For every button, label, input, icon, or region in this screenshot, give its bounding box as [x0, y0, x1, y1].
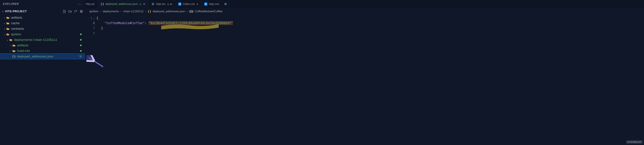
- react-file-icon: [152, 3, 154, 6]
- chevron-right-icon: ›: [3, 16, 6, 19]
- tab-bar: nfig.cjs { } deployed_addresses.json U ✕…: [85, 0, 644, 8]
- json-value: "0xC8644fA354D7c2209cB6a9DFd9c6d18e899B8…: [148, 21, 233, 25]
- line-number: 1⌄: [85, 16, 96, 21]
- tab-overflow[interactable]: [222, 0, 229, 8]
- css-file-icon: 3: [204, 3, 207, 6]
- chevron-down-icon: [2, 10, 4, 13]
- git-modified-dot: [80, 39, 82, 41]
- json-file-icon: { }: [148, 10, 151, 13]
- tab-label: index.css: [183, 2, 195, 6]
- symbol-string-icon: abc: [189, 11, 193, 13]
- tab-label: deployed_addresses.json: [106, 2, 138, 6]
- tree-label: deployed_addresses.json: [17, 55, 53, 58]
- react-file-icon: [224, 3, 227, 6]
- folder-icon: [12, 49, 16, 53]
- refresh-icon[interactable]: [74, 10, 77, 13]
- tree-folder-deployments-chain[interactable]: ⌄ deployments / chain-11155111: [0, 37, 85, 43]
- chevron-right-icon: ›: [3, 22, 6, 25]
- tree-label: artifacts: [17, 44, 28, 47]
- breadcrumb-item[interactable]: ignition: [90, 10, 98, 13]
- tree-label: chain-11155111: [34, 38, 57, 42]
- line-number: 3: [85, 26, 96, 31]
- folder-open-icon: [9, 38, 13, 42]
- breadcrumb-item[interactable]: chain-11155111: [123, 10, 144, 13]
- explorer-sidebar: EXPLORER ··· VITE-PROJECT › artifacts › …: [0, 0, 85, 145]
- chevron-right-icon: ›: [187, 10, 188, 13]
- git-modified-dot: [80, 50, 82, 52]
- file-tree: › artifacts › cache › contracts ⌄ igniti…: [0, 15, 85, 145]
- code-content[interactable]: { "CoffeeModule#Coffee" : "0xC8644fA354D…: [96, 15, 644, 145]
- collapse-all-icon[interactable]: [80, 10, 83, 13]
- breadcrumb[interactable]: ignition › deployments › chain-11155111 …: [85, 8, 644, 15]
- close-icon[interactable]: ✕: [143, 3, 145, 6]
- chevron-down-icon: ⌄: [3, 33, 6, 36]
- git-modified-dot: [80, 45, 82, 46]
- new-file-icon[interactable]: [62, 10, 66, 13]
- editor-main: nfig.cjs { } deployed_addresses.json U ✕…: [85, 0, 644, 145]
- project-header[interactable]: VITE-PROJECT: [0, 8, 85, 15]
- tree-label: deployments: [14, 38, 32, 42]
- tree-folder-build-info[interactable]: › build-info: [0, 48, 85, 54]
- tab-index-css[interactable]: 3 index.css 3: [175, 0, 201, 8]
- json-colon: :: [145, 21, 148, 25]
- tree-label: build-info: [17, 49, 30, 53]
- path-separator: /: [33, 38, 34, 42]
- tab-label: nfig.cjs: [86, 2, 94, 6]
- code-editor[interactable]: 1⌄ 2 3 4 { "CoffeeModule#Coffee" : "0xC8…: [85, 15, 644, 145]
- chevron-right-icon: ›: [9, 44, 12, 47]
- breadcrumb-item[interactable]: CoffeeModule#Coffee: [195, 10, 222, 13]
- folder-icon: [6, 27, 10, 31]
- breadcrumb-item[interactable]: deployed_addresses.json: [152, 10, 185, 13]
- folder-open-icon: [6, 32, 10, 36]
- line-gutter: 1⌄ 2 3 4: [85, 15, 96, 145]
- json-file-icon: { }: [101, 2, 104, 6]
- json-file-icon: { }: [12, 55, 16, 58]
- tree-label: contracts: [11, 27, 24, 31]
- tab-app-css[interactable]: 3 App.css: [201, 0, 222, 8]
- explorer-title: EXPLORER: [3, 3, 19, 6]
- tree-folder-cache[interactable]: › cache: [0, 20, 85, 26]
- project-actions: [62, 10, 83, 13]
- folder-icon: [12, 44, 16, 47]
- folder-icon: [6, 16, 10, 20]
- svg-point-6: [225, 4, 226, 4]
- chevron-down-icon: ⌄: [6, 39, 9, 41]
- chevron-right-icon: ›: [120, 10, 122, 13]
- tab-label: App.tsx: [156, 2, 166, 6]
- chevron-right-icon: ›: [9, 50, 12, 52]
- git-modified-dot: [80, 34, 82, 35]
- breadcrumb-item[interactable]: deployments: [103, 10, 119, 13]
- css-file-icon: 3: [178, 3, 181, 6]
- tab-deployed-addresses[interactable]: { } deployed_addresses.json U ✕: [98, 0, 148, 8]
- line-number: 4: [85, 31, 96, 36]
- tab-config-cjs[interactable]: nfig.cjs: [85, 0, 98, 8]
- chevron-right-icon: ›: [146, 10, 146, 13]
- tab-git-badge: 3: [196, 3, 198, 6]
- tab-git-badge: 3, M: [167, 3, 172, 6]
- json-key: "CoffeeModule#Coffee": [104, 21, 145, 25]
- new-folder-icon[interactable]: [68, 10, 72, 13]
- chevron-right-icon: ›: [100, 10, 101, 13]
- tree-file-deployed-addresses[interactable]: { } deployed_addresses.json U: [0, 54, 85, 59]
- tree-folder-artifacts[interactable]: › artifacts: [0, 15, 85, 20]
- project-name: VITE-PROJECT: [5, 10, 27, 13]
- svg-rect-0: [80, 10, 82, 12]
- fold-icon[interactable]: ⌄: [94, 17, 95, 19]
- chevron-right-icon: ›: [3, 27, 6, 30]
- tree-label: artifacts: [11, 16, 22, 20]
- tab-git-badge: U: [140, 3, 142, 6]
- tab-label: App.css: [209, 2, 219, 6]
- folder-icon: [6, 21, 10, 25]
- tree-folder-artifacts-inner[interactable]: › artifacts: [0, 43, 85, 48]
- svg-rect-1: [81, 11, 82, 13]
- tree-folder-ignition[interactable]: ⌄ ignition: [0, 31, 85, 37]
- watermark: A annotely.com: [626, 140, 643, 144]
- tab-app-tsx[interactable]: App.tsx 3, M: [148, 0, 176, 8]
- explorer-more-icon[interactable]: ···: [78, 2, 82, 6]
- tree-label: ignition: [11, 32, 21, 36]
- git-untracked-badge: U: [80, 55, 82, 58]
- svg-point-2: [152, 4, 153, 4]
- tree-folder-contracts[interactable]: › contracts: [0, 26, 85, 31]
- code-brace: }: [101, 26, 103, 30]
- explorer-header: EXPLORER ···: [0, 0, 85, 8]
